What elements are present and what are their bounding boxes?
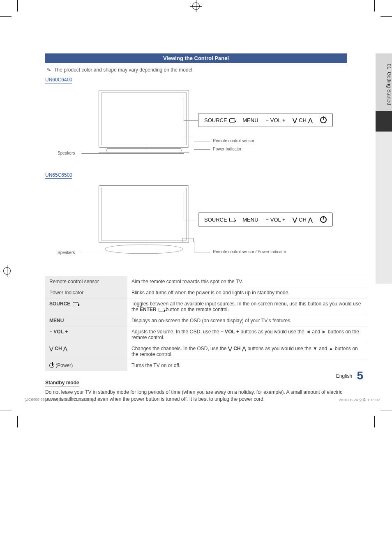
cell-label: Remote control sensor <box>45 276 127 287</box>
section-header: Viewing the Control Panel <box>45 53 347 63</box>
cell-label: MENU <box>45 315 127 326</box>
print-file: [UC6400-6500-USA]BN68-02711E-03Eng.indb … <box>25 397 105 403</box>
power-icon <box>49 363 54 368</box>
cell-desc: Toggles between all the available input … <box>127 298 367 315</box>
cell-label: − VOL + <box>45 326 127 343</box>
power-icon[interactable] <box>320 117 327 123</box>
page-number: 5 <box>357 369 363 382</box>
note-icon: ✎ <box>46 67 51 73</box>
callout-combined: Remote control sensor / Power Indicator <box>213 250 286 254</box>
cell-desc: Aim the remote control towards this spot… <box>127 276 367 287</box>
speakers-label: Speakers <box>58 151 75 155</box>
cell-label: (Power) <box>45 360 127 371</box>
table-row: SOURCE Toggles between all the available… <box>45 298 367 315</box>
print-timestamp: 2010-06-24 오후 1:18:02 <box>339 397 380 403</box>
cell-desc: Turns the TV on or off. <box>127 360 367 371</box>
control-panel-table: Remote control sensor Aim the remote con… <box>45 276 367 371</box>
chapter-title: Getting Started <box>386 72 392 105</box>
enter-icon <box>159 308 164 312</box>
cell-label: Power Indicator <box>45 287 127 298</box>
table-row: ⋁ CH ⋀ Changes the channels. In the OSD,… <box>45 343 367 360</box>
speakers-label: Speakers <box>58 250 75 255</box>
cell-label: SOURCE <box>45 298 127 315</box>
footer-language: English <box>336 373 352 379</box>
menu-button[interactable]: MENU <box>242 117 258 123</box>
volume-buttons[interactable]: − VOL + <box>266 117 286 123</box>
enter-icon <box>73 302 78 306</box>
table-row: Remote control sensor Aim the remote con… <box>45 276 367 287</box>
cell-desc: Adjusts the volume. In the OSD, use the … <box>127 326 367 343</box>
diagram-model-1: ∙∙∙∙∙∙ Speakers Remote control sensor Po… <box>45 86 347 172</box>
note-line: ✎ The product color and shape may vary d… <box>47 67 367 73</box>
standby-heading: Standby mode <box>45 380 79 386</box>
diagram-model-2: ∙∙∙∙∙∙ Speakers Remote control sensor / … <box>45 181 347 272</box>
note-text: The product color and shape may vary dep… <box>54 67 194 73</box>
cell-desc: Displays an on-screen the OSD (on screen… <box>127 315 367 326</box>
table-row: (Power) Turns the TV on or off. <box>45 360 367 371</box>
cell-label: ⋁ CH ⋀ <box>45 343 127 360</box>
model-heading-1: UN60C6400 <box>45 77 72 83</box>
cell-desc: Changes the channels. In the OSD, use th… <box>127 343 367 360</box>
page-footer: English 5 <box>336 369 363 382</box>
source-button[interactable]: SOURCE <box>204 117 235 123</box>
table-row: Power Indicator Blinks and turns off whe… <box>45 287 367 298</box>
source-button[interactable]: SOURCE <box>204 217 235 223</box>
chapter-tab: 01 Getting Started <box>376 53 392 284</box>
table-row: − VOL + Adjusts the volume. In the OSD, … <box>45 326 367 343</box>
volume-buttons[interactable]: − VOL + <box>266 217 286 223</box>
control-panel-strip: SOURCE MENU − VOL + ⋁ CH ⋀ <box>198 113 333 127</box>
callout-remote-sensor: Remote control sensor <box>213 139 254 143</box>
callout-power-indicator: Power Indicator <box>213 147 241 151</box>
control-panel-strip: SOURCE MENU − VOL + ⋁ CH ⋀ <box>198 213 333 226</box>
enter-icon <box>229 118 235 122</box>
channel-buttons[interactable]: ⋁ CH ⋀ <box>293 117 312 123</box>
model-heading-2: UN65C6500 <box>45 172 72 179</box>
menu-button[interactable]: MENU <box>242 217 258 223</box>
print-footer: [UC6400-6500-USA]BN68-02711E-03Eng.indb … <box>25 397 380 403</box>
power-icon[interactable] <box>320 216 327 223</box>
section-title: Viewing the Control Panel <box>163 55 229 61</box>
enter-icon <box>229 218 235 222</box>
cell-desc: Blinks and turns off when the power is o… <box>127 287 367 298</box>
channel-buttons[interactable]: ⋁ CH ⋀ <box>293 217 312 223</box>
chapter-number: 01 <box>386 64 392 69</box>
table-row: MENU Displays an on-screen the OSD (on s… <box>45 315 367 326</box>
